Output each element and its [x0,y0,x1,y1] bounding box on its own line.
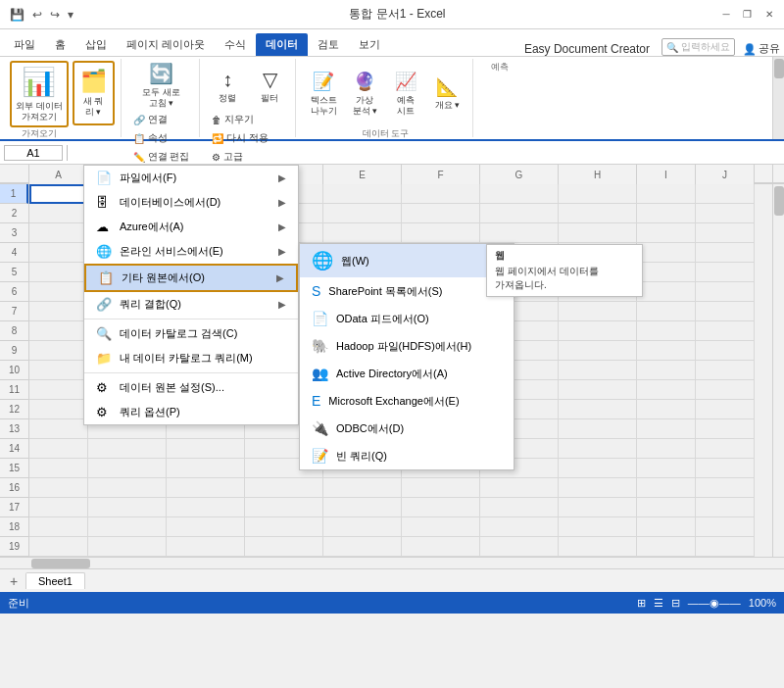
grid-cell[interactable] [29,361,88,380]
grid-cell[interactable] [480,184,559,204]
submenu-item-odata[interactable]: 📄 OData 피드에서(O) [300,305,514,332]
outline-button[interactable]: 📐 개요 ▾ [427,61,466,127]
grid-cell[interactable] [637,223,696,243]
tab-insert[interactable]: 삽입 [75,33,117,56]
menu-item-query-options[interactable]: ⚙ 쿼리 옵션(P) [84,400,298,424]
menu-item-from-other[interactable]: 📋 기타 원본에서(O) ▶ [84,264,298,292]
grid-cell[interactable] [88,517,167,537]
menu-item-from-azure[interactable]: ☁ Azure에서(A) ▶ [84,215,298,239]
row-header-7[interactable]: 7 [0,302,28,321]
close-button[interactable]: ✕ [762,8,776,22]
grid-cell[interactable] [559,517,637,537]
grid-cell[interactable] [559,302,637,321]
grid-cell[interactable] [323,184,402,204]
grid-cell[interactable] [480,204,559,223]
grid-cell[interactable] [402,184,480,204]
grid-cell[interactable] [696,341,755,361]
col-header-g[interactable]: G [480,165,559,184]
menu-item-from-online[interactable]: 🌐 온라인 서비스에서(E) ▶ [84,239,298,264]
grid-cell[interactable] [637,361,696,380]
grid-cell[interactable] [88,439,167,459]
grid-cell[interactable] [323,498,402,517]
menu-item-datasource-settings[interactable]: ⚙ 데이터 원본 설정(S)... [84,375,298,400]
row-header-8[interactable]: 8 [0,321,28,341]
grid-cell[interactable] [480,478,559,498]
grid-cell[interactable] [29,478,88,498]
col-header-i[interactable]: I [637,165,696,184]
grid-cell[interactable] [245,517,323,537]
grid-cell[interactable] [696,302,755,321]
grid-cell[interactable] [480,498,559,517]
row-header-13[interactable]: 13 [0,419,28,439]
redo-icon[interactable]: ↪ [48,6,62,24]
row-header-9[interactable]: 9 [0,341,28,361]
tab-view[interactable]: 보기 [349,33,390,56]
grid-cell[interactable] [637,263,696,282]
grid-cell[interactable] [559,321,637,341]
grid-cell[interactable] [245,537,323,557]
menu-item-from-db[interactable]: 🗄 데이터베이스에서(D) ▶ [84,190,298,215]
grid-cell[interactable] [245,498,323,517]
analysis-button[interactable]: 🔮 가상분석 ▾ [345,61,384,127]
row-header-3[interactable]: 3 [0,223,28,243]
grid-cell[interactable] [559,439,637,459]
grid-cell[interactable] [696,517,755,537]
row-header-6[interactable]: 6 [0,282,28,302]
grid-cell[interactable] [559,400,637,419]
grid-cell[interactable] [167,459,245,478]
grid-cell[interactable] [696,459,755,478]
select-all-corner[interactable] [0,165,29,183]
cell-reference-box[interactable] [4,145,63,161]
tab-data[interactable]: 데이터 [256,33,308,56]
tab-home[interactable]: 홈 [45,33,75,56]
grid-cell[interactable] [559,537,637,557]
grid-cell[interactable] [637,243,696,263]
submenu-item-web[interactable]: 🌐 웹(W) [300,244,514,277]
grid-cell[interactable] [402,498,480,517]
grid-cell[interactable] [167,498,245,517]
row-header-11[interactable]: 11 [0,380,28,400]
grid-cell[interactable] [29,204,88,223]
grid-cell[interactable] [323,223,402,243]
sheet-tab-sheet1[interactable]: Sheet1 [25,572,85,589]
connection-button[interactable]: 🔗 연결 [129,111,194,128]
row-header-5[interactable]: 5 [0,263,28,282]
grid-cell[interactable] [696,263,755,282]
grid-cell[interactable] [29,243,88,263]
grid-cell[interactable] [402,478,480,498]
share-label[interactable]: 공유 [759,41,780,56]
grid-cell[interactable] [696,184,755,204]
grid-cell[interactable] [88,459,167,478]
grid-cell[interactable] [167,478,245,498]
grid-cell[interactable] [88,478,167,498]
zoom-slider[interactable]: ——◉—— [688,597,741,610]
refresh-all-button[interactable]: 🔄 모두 새로고침 ▾ [129,61,194,110]
search-box[interactable]: 🔍 입력하세요 [662,38,735,56]
ribbon-scrollbar[interactable] [772,57,784,139]
filter-button[interactable]: ▽ 필터 [250,61,289,110]
grid-cell[interactable] [402,517,480,537]
grid-cell[interactable] [696,400,755,419]
grid-cell[interactable] [29,517,88,537]
edc-button[interactable]: Easy Document Creator [524,42,650,56]
view-normal-icon[interactable]: ⊞ [637,597,646,610]
grid-cell[interactable] [29,321,88,341]
col-header-h[interactable]: H [559,165,637,184]
grid-cell[interactable] [637,400,696,419]
forecast-button[interactable]: 📈 예측시트 [386,61,425,127]
grid-cell[interactable] [29,459,88,478]
grid-cell[interactable] [323,517,402,537]
col-header-f[interactable]: F [402,165,480,184]
grid-cell[interactable] [696,243,755,263]
grid-cell[interactable] [29,184,88,204]
grid-cell[interactable] [696,321,755,341]
grid-cell[interactable] [559,459,637,478]
grid-cell[interactable] [323,478,402,498]
grid-cell[interactable] [637,321,696,341]
grid-cell[interactable] [559,184,637,204]
col-header-j[interactable]: J [696,165,755,184]
grid-cell[interactable] [696,223,755,243]
submenu-item-odbc[interactable]: 🔌 ODBC에서(D) [300,415,514,442]
grid-cell[interactable] [696,498,755,517]
text-split-button[interactable]: 📝 텍스트나누기 [304,61,343,127]
